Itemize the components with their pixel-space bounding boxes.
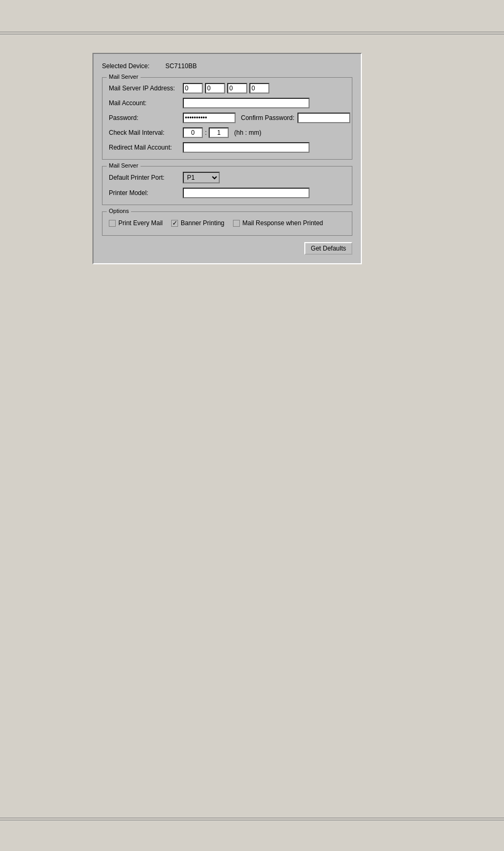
top-rule-1 (0, 32, 504, 32)
confirm-password-section: Confirm Password: (241, 113, 350, 123)
banner-printing-label[interactable]: Banner Printing (171, 219, 225, 227)
password-input[interactable] (183, 113, 236, 123)
printer-port-select[interactable]: P1 P2 P3 (183, 172, 220, 183)
confirm-password-input[interactable] (297, 113, 350, 123)
interval-minutes-input[interactable] (209, 127, 229, 138)
ip-address-row: Mail Server IP Address: (109, 83, 346, 94)
top-rule-2 (0, 34, 504, 34)
mail-response-label[interactable]: Mail Response when Printed (233, 219, 323, 227)
mail-server-section-1-title: Mail Server (107, 73, 141, 80)
password-label: Password: (109, 114, 183, 122)
banner-printing-checkbox[interactable] (171, 220, 178, 227)
interval-inputs: : (hh : mm) (183, 127, 262, 138)
mail-account-input[interactable] (183, 98, 310, 108)
selected-device-label: Selected Device: (102, 62, 150, 70)
banner-printing-text: Banner Printing (181, 219, 225, 227)
printer-model-label: Printer Model: (109, 189, 183, 197)
main-panel: Selected Device: SC7110BB Mail Server Ma… (92, 53, 362, 264)
interval-separator: : (205, 129, 207, 136)
selected-device-row: Selected Device: SC7110BB (102, 62, 352, 70)
print-every-mail-checkbox[interactable] (109, 220, 116, 227)
mail-server-section-2: Mail Server Default Printer Port: P1 P2 … (102, 166, 352, 205)
options-row: Print Every Mail Banner Printing Mail Re… (109, 217, 346, 229)
mail-server-section-1: Mail Server Mail Server IP Address: Mail… (102, 77, 352, 160)
mail-response-text: Mail Response when Printed (242, 219, 323, 227)
interval-hours-input[interactable] (183, 127, 203, 138)
printer-model-row: Printer Model: (109, 188, 346, 198)
ip-octet-4-input[interactable] (249, 83, 269, 94)
mail-account-row: Mail Account: (109, 98, 346, 108)
selected-device-value: SC7110BB (165, 62, 197, 70)
printer-model-input[interactable] (183, 188, 310, 198)
confirm-password-label: Confirm Password: (241, 114, 294, 122)
bottom-rule-2 (0, 820, 504, 820)
mail-account-label: Mail Account: (109, 99, 183, 107)
ip-octet-3-input[interactable] (227, 83, 247, 94)
check-mail-interval-row: Check Mail Interval: : (hh : mm) (109, 127, 346, 138)
check-mail-interval-label: Check Mail Interval: (109, 129, 183, 136)
ip-octet-1-input[interactable] (183, 83, 203, 94)
printer-port-row: Default Printer Port: P1 P2 P3 (109, 172, 346, 183)
options-title: Options (107, 208, 131, 214)
redirect-mail-input[interactable] (183, 142, 310, 153)
ip-address-label: Mail Server IP Address: (109, 85, 183, 92)
redirect-mail-row: Redirect Mail Account: (109, 142, 346, 153)
mail-server-section-2-title: Mail Server (107, 162, 141, 169)
password-row: Password: Confirm Password: (109, 113, 346, 123)
interval-hint: (hh : mm) (234, 129, 261, 136)
redirect-mail-label: Redirect Mail Account: (109, 144, 183, 151)
default-printer-port-label: Default Printer Port: (109, 174, 183, 181)
print-every-mail-label[interactable]: Print Every Mail (109, 219, 163, 227)
ip-octet-2-input[interactable] (205, 83, 225, 94)
options-section: Options Print Every Mail Banner Printing… (102, 211, 352, 236)
print-every-mail-text: Print Every Mail (118, 219, 163, 227)
get-defaults-button[interactable]: Get Defaults (304, 242, 352, 255)
mail-response-checkbox[interactable] (233, 220, 240, 227)
ip-inputs (183, 83, 269, 94)
bottom-rule-1 (0, 818, 504, 818)
